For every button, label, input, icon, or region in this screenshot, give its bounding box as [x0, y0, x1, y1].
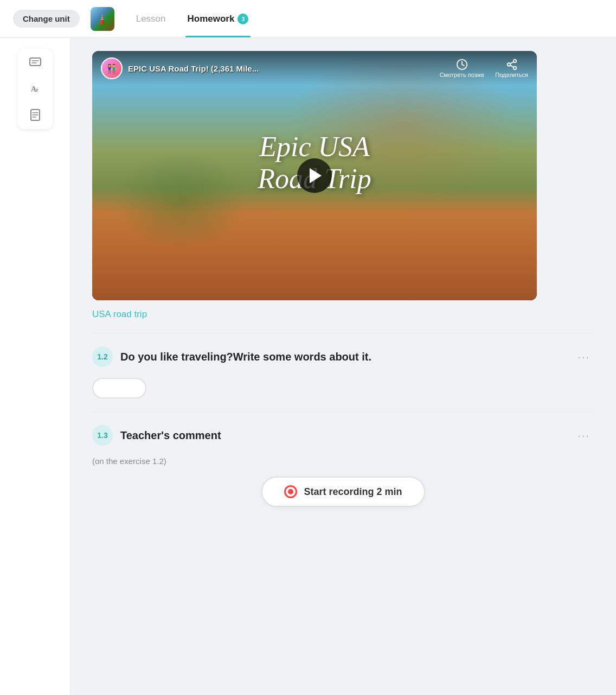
- svg-rect-0: [30, 58, 41, 66]
- divider-2: [92, 411, 594, 412]
- sidebar-card: A z: [18, 49, 53, 129]
- svg-point-12: [513, 67, 516, 70]
- exercise-1-3: 1.3 Teacher's comment ··· (on the exerci…: [92, 425, 594, 507]
- notes-icon[interactable]: [27, 106, 44, 124]
- exercise-1-2-title: Do you like traveling?Write some words a…: [120, 351, 566, 363]
- svg-text:z: z: [36, 87, 39, 93]
- video-label: USA road trip: [92, 309, 594, 320]
- exercise-1-2: 1.2 Do you like traveling?Write some wor…: [92, 346, 594, 398]
- share-button[interactable]: Поделиться: [495, 59, 528, 78]
- exercise-1-2-more-button[interactable]: ···: [573, 349, 594, 365]
- exercise-1-3-title: Teacher's comment: [120, 429, 566, 442]
- video-title: EPIC USA Road Trip! (2,361 Mile...: [128, 64, 434, 73]
- recording-area: Start recording 2 min: [92, 477, 594, 507]
- exercise-1-3-badge: 1.3: [92, 425, 113, 446]
- video-top-bar: 👫 EPIC USA Road Trip! (2,361 Mile... Смо…: [92, 51, 537, 86]
- watch-later-label: Смотреть позже: [440, 72, 485, 78]
- tab-homework[interactable]: Homework 3: [185, 0, 251, 37]
- exercise-1-2-badge: 1.2: [92, 346, 113, 367]
- video-controls: Смотреть позже Поделиться: [440, 59, 528, 78]
- play-icon: [310, 168, 322, 183]
- video-container: 👫 EPIC USA Road Trip! (2,361 Mile... Смо…: [92, 51, 537, 300]
- answer-pill[interactable]: [92, 378, 146, 398]
- chat-icon[interactable]: [27, 54, 44, 72]
- sidebar: A z: [0, 38, 70, 695]
- divider-1: [92, 333, 594, 333]
- svg-line-14: [510, 62, 513, 64]
- play-button[interactable]: [297, 158, 332, 193]
- layout: A z 👫 EPIC USA R: [0, 38, 616, 695]
- svg-point-10: [513, 60, 516, 63]
- tab-lesson[interactable]: Lesson: [134, 0, 168, 37]
- video-thumbnail: 👫 EPIC USA Road Trip! (2,361 Mile... Смо…: [92, 51, 537, 300]
- exercise-1-3-more-button[interactable]: ···: [573, 427, 594, 444]
- unit-thumbnail: 🗼: [91, 7, 114, 31]
- translate-icon[interactable]: A z: [27, 80, 44, 98]
- change-unit-button[interactable]: Change unit: [13, 10, 80, 28]
- header: Change unit 🗼 Lesson Homework 3: [0, 0, 616, 38]
- exercise-1-2-header: 1.2 Do you like traveling?Write some wor…: [92, 346, 594, 367]
- recording-label: Start recording 2 min: [304, 486, 402, 498]
- homework-badge: 3: [238, 14, 248, 24]
- exercise-context: (on the exercise 1.2): [92, 456, 594, 466]
- main-content: 👫 EPIC USA Road Trip! (2,361 Mile... Смо…: [70, 38, 616, 695]
- video-avatar: 👫: [101, 57, 123, 79]
- exercise-1-3-header: 1.3 Teacher's comment ···: [92, 425, 594, 446]
- nav-tabs: Lesson Homework 3: [134, 0, 251, 37]
- watch-later-button[interactable]: Смотреть позже: [440, 59, 485, 78]
- svg-line-13: [510, 65, 513, 67]
- start-recording-button[interactable]: Start recording 2 min: [261, 477, 425, 507]
- record-dot-inner: [288, 489, 293, 494]
- record-icon: [284, 485, 297, 498]
- share-label: Поделиться: [495, 72, 528, 78]
- svg-point-11: [507, 63, 510, 66]
